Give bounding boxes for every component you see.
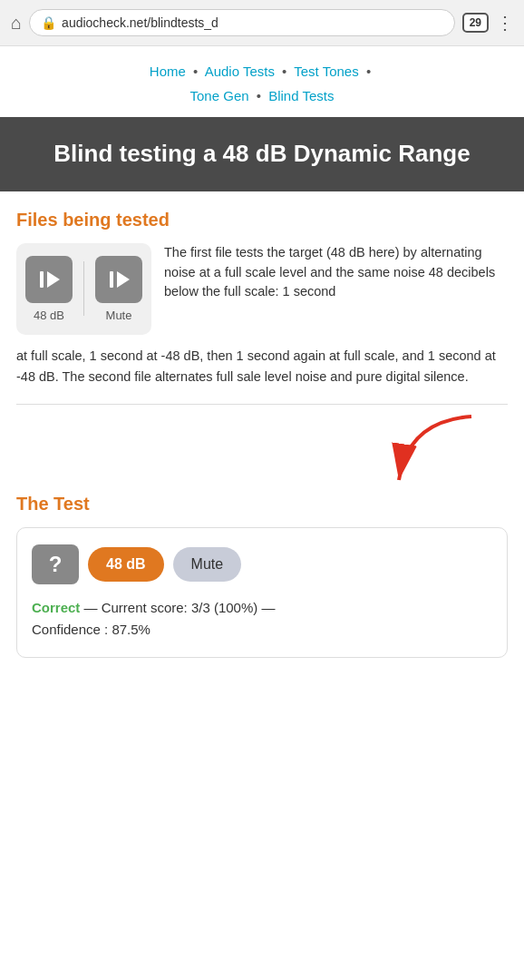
- mute-button[interactable]: Mute: [173, 547, 242, 582]
- player-btn-2[interactable]: Mute: [95, 256, 142, 322]
- player-box: 48 dB Mute: [16, 243, 151, 335]
- question-button[interactable]: ?: [32, 544, 79, 584]
- home-icon[interactable]: ⌂: [11, 13, 22, 34]
- 48db-button[interactable]: 48 dB: [88, 547, 164, 582]
- player-label-2: Mute: [106, 309, 132, 322]
- player-divider: [83, 261, 84, 316]
- tab-count-badge[interactable]: 29: [462, 13, 489, 33]
- nav-sep-2: •: [282, 64, 286, 79]
- files-section: 48 dB Mute The first file tests the targ…: [16, 243, 508, 335]
- player-label-1: 48 dB: [34, 309, 64, 322]
- test-section: The Test ? 48 dB Mute Correct — Current …: [16, 421, 508, 658]
- nav-sep-1: •: [193, 64, 198, 79]
- correct-label: Correct: [32, 600, 80, 615]
- svg-marker-3: [117, 271, 130, 288]
- browser-menu-button[interactable]: ⋮: [496, 12, 513, 34]
- nav-sep-3: •: [366, 64, 371, 79]
- nav-tone-gen[interactable]: Tone Gen: [190, 88, 249, 103]
- url-bar[interactable]: 🔒 audiocheck.net/blindtests_d: [29, 9, 455, 36]
- test-buttons: ? 48 dB Mute: [32, 544, 492, 584]
- play-icon-2[interactable]: [95, 256, 142, 303]
- result-text: — Current score: 3/3 (100%) —: [84, 600, 276, 615]
- nav-blind-tests[interactable]: Blind Tests: [268, 88, 334, 103]
- files-description-full: at full scale, 1 second at -48 dB, then …: [16, 346, 508, 387]
- breadcrumb: Home • Audio Tests • Test Tones • Tone G…: [0, 46, 524, 117]
- lock-icon: 🔒: [41, 15, 56, 30]
- play-icon-1[interactable]: [25, 256, 73, 303]
- url-text: audiocheck.net/blindtests_d: [62, 15, 443, 30]
- section-divider: [16, 404, 508, 405]
- browser-bar: ⌂ 🔒 audiocheck.net/blindtests_d 29 ⋮: [0, 0, 524, 46]
- page-title: Blind testing a 48 dB Dynamic Range: [18, 139, 506, 170]
- svg-marker-1: [47, 271, 60, 288]
- test-section-heading: The Test: [16, 494, 508, 514]
- player-btn-1[interactable]: 48 dB: [25, 256, 73, 322]
- test-result: Correct — Current score: 3/3 (100%) — Co…: [32, 597, 492, 641]
- nav-home[interactable]: Home: [150, 64, 186, 79]
- test-card: ? 48 dB Mute Correct — Current score: 3/…: [16, 527, 508, 658]
- main-content: Files being tested 48 dB: [0, 191, 524, 676]
- nav-test-tones[interactable]: Test Tones: [294, 64, 358, 79]
- nav-sep-4: •: [257, 88, 261, 103]
- arrow-container: [16, 421, 508, 494]
- confidence-text: Confidence : 87.5%: [32, 622, 150, 637]
- svg-rect-2: [110, 271, 113, 288]
- files-section-heading: Files being tested: [16, 210, 508, 230]
- page-title-bar: Blind testing a 48 dB Dynamic Range: [0, 117, 524, 191]
- red-arrow-icon: [381, 412, 480, 494]
- svg-rect-0: [40, 271, 44, 288]
- files-description-short: The first file tests the target (48 dB h…: [164, 243, 508, 302]
- nav-audio-tests[interactable]: Audio Tests: [205, 64, 275, 79]
